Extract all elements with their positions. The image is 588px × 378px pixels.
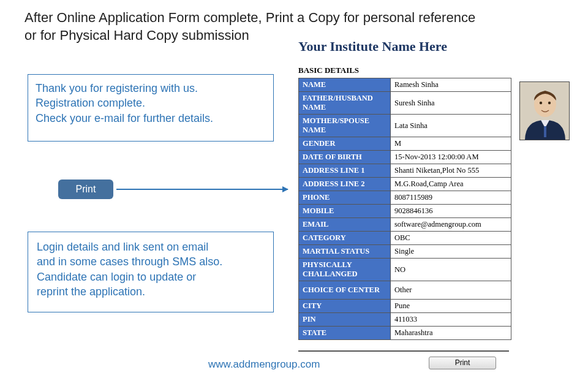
print-button[interactable]: Print xyxy=(58,180,113,199)
login-note-line4: reprint the application. xyxy=(37,284,265,299)
field-label: MARTIAL STATUS xyxy=(299,245,391,259)
divider xyxy=(298,350,509,352)
field-value: Pune xyxy=(391,300,511,313)
field-label: NAME xyxy=(299,78,391,92)
field-value: NO xyxy=(391,259,511,281)
applicant-photo xyxy=(519,81,570,140)
login-note-box: Login details and link sent on email and… xyxy=(28,232,274,312)
table-row: MOBILE9028846136 xyxy=(299,205,511,218)
field-label: CATEGORY xyxy=(299,232,391,245)
table-row: PHONE8087115989 xyxy=(299,191,511,205)
field-label: ADDRESS LINE 2 xyxy=(299,178,391,191)
site-url: www.addmengroup.com xyxy=(208,358,320,371)
field-label: DATE OF BIRTH xyxy=(299,151,391,164)
table-row: PHYSICALLY CHALLANGEDNO xyxy=(299,259,511,281)
field-label: PHONE xyxy=(299,191,391,205)
field-value: M xyxy=(391,137,511,151)
table-row: MARTIAL STATUSSingle xyxy=(299,245,511,259)
field-label: ADDRESS LINE 1 xyxy=(299,164,391,178)
field-value: 9028846136 xyxy=(391,205,511,218)
field-label: FATHER/HUSBAND NAME xyxy=(299,92,391,115)
table-row: GENDERM xyxy=(299,137,511,151)
arrow-icon xyxy=(116,189,288,190)
field-value: Maharashtra xyxy=(391,327,511,340)
field-label: GENDER xyxy=(299,137,391,151)
thankyou-message-box: Thank you for registering with us. Regis… xyxy=(28,74,274,142)
table-row: PIN411033 xyxy=(299,313,511,327)
field-label: MOBILE xyxy=(299,205,391,218)
heading-line1: After Online Application Form complete, … xyxy=(24,10,475,25)
field-label: CITY xyxy=(299,300,391,313)
field-value: Lata Sinha xyxy=(391,115,511,137)
table-row: MOTHER/SPOUSE NAMELata Sinha xyxy=(299,115,511,137)
field-label: MOTHER/SPOUSE NAME xyxy=(299,115,391,137)
institute-title: Your Institute Name Here xyxy=(298,39,447,55)
table-row: EMAILsoftware@admengroup.com xyxy=(299,218,511,232)
thankyou-line2: Registration complete. xyxy=(36,96,266,110)
field-label: EMAIL xyxy=(299,218,391,232)
thankyou-line3: Check your e-mail for further details. xyxy=(36,111,266,126)
table-row: ADDRESS LINE 2M.G.Road,Camp Area xyxy=(299,178,511,191)
table-row: CHOICE OF CENTEROther xyxy=(299,281,511,300)
svg-point-2 xyxy=(540,102,542,104)
field-value: M.G.Road,Camp Area xyxy=(391,178,511,191)
table-row: ADDRESS LINE 1Shanti Niketan,Plot No 555 xyxy=(299,164,511,178)
table-row: CITYPune xyxy=(299,300,511,313)
field-value: OBC xyxy=(391,232,511,245)
section-title: BASIC DETAILS xyxy=(298,66,359,75)
print-button-bottom[interactable]: Print xyxy=(429,357,496,369)
table-row: CATEGORYOBC xyxy=(299,232,511,245)
field-label: PHYSICALLY CHALLANGED xyxy=(299,259,391,281)
field-value: software@admengroup.com xyxy=(391,218,511,232)
field-value: Single xyxy=(391,245,511,259)
svg-rect-4 xyxy=(544,126,546,137)
field-value: 15-Nov-2013 12:00:00 AM xyxy=(391,151,511,164)
field-value: Other xyxy=(391,281,511,300)
thankyou-line1: Thank you for registering with us. xyxy=(36,81,266,96)
field-label: STATE xyxy=(299,327,391,340)
field-value: 411033 xyxy=(391,313,511,327)
heading-line2: or for Physical Hard Copy submission xyxy=(24,28,249,43)
table-row: STATEMaharashtra xyxy=(299,327,511,340)
login-note-line3: Candidate can login to update or xyxy=(37,270,265,284)
field-label: PIN xyxy=(299,313,391,327)
svg-point-3 xyxy=(548,102,551,104)
field-value: Suresh Sinha xyxy=(391,92,511,115)
field-value: Ramesh Sinha xyxy=(391,78,511,92)
field-value: 8087115989 xyxy=(391,191,511,205)
login-note-line1: Login details and link sent on email xyxy=(37,240,265,254)
table-row: NAMERamesh Sinha xyxy=(299,78,511,92)
basic-details-table: NAMERamesh Sinha FATHER/HUSBAND NAMESure… xyxy=(298,78,511,340)
table-row: DATE OF BIRTH15-Nov-2013 12:00:00 AM xyxy=(299,151,511,164)
login-note-line2: and in some cases through SMS also. xyxy=(37,254,265,269)
field-value: Shanti Niketan,Plot No 555 xyxy=(391,164,511,178)
table-row: FATHER/HUSBAND NAMESuresh Sinha xyxy=(299,92,511,115)
field-label: CHOICE OF CENTER xyxy=(299,281,391,300)
